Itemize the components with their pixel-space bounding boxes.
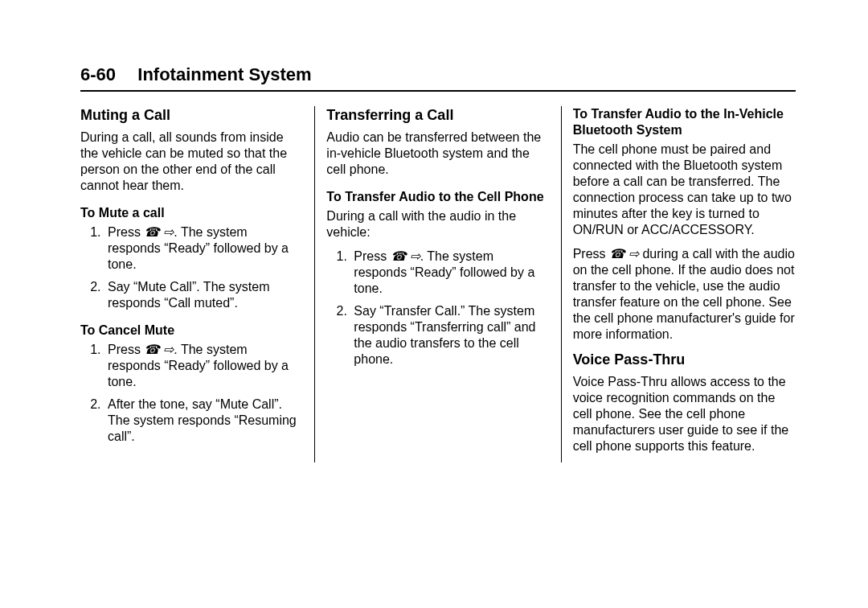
body-text: Voice Pass-Thru allows access to the voi… (573, 374, 796, 454)
list-item: Press ☎ ⇨. The system responds “Ready” f… (104, 224, 303, 273)
content-columns: Muting a Call During a call, all sounds … (80, 106, 796, 462)
phone-voice-icon: ☎ ⇨ (144, 343, 174, 356)
list-item: Press ☎ ⇨. The system responds “Ready” f… (350, 249, 549, 297)
sub-heading: To Mute a call (80, 205, 303, 221)
section-heading: Voice Pass-Thru (573, 351, 796, 369)
column-3: To Transfer Audio to the In-Vehicle Blue… (561, 106, 796, 462)
list-item: After the tone, say “Mute Call”. The sys… (104, 396, 303, 445)
sub-heading: To Transfer Audio to the In-Vehicle Blue… (573, 106, 796, 138)
section-heading: Muting a Call (80, 106, 303, 125)
column-2: Transferring a Call Audio can be transfe… (314, 106, 560, 462)
body-text: During a call with the audio in the vehi… (326, 208, 549, 240)
list-item: Say “Mute Call”. The system responds “Ca… (104, 279, 303, 311)
phone-voice-icon: ☎ ⇨ (391, 249, 420, 263)
ordered-list: Press ☎ ⇨. The system responds “Ready” f… (80, 224, 303, 311)
list-item: Say “Transfer Call.” The system responds… (350, 303, 549, 368)
section-heading: Transferring a Call (326, 106, 549, 125)
page-title: Infotainment System (137, 64, 311, 84)
phone-voice-icon: ☎ ⇨ (144, 225, 174, 239)
body-text: The cell phone must be paired and connec… (573, 142, 796, 238)
manual-page: 6-60 Infotainment System Muting a Call D… (0, 0, 868, 495)
ordered-list: Press ☎ ⇨. The system responds “Ready” f… (326, 249, 549, 368)
page-header: 6-60 Infotainment System (80, 64, 796, 92)
page-number: 6-60 (80, 64, 116, 84)
ordered-list: Press ☎ ⇨. The system responds “Ready” f… (80, 342, 303, 445)
sub-heading: To Transfer Audio to the Cell Phone (326, 189, 549, 205)
column-1: Muting a Call During a call, all sounds … (80, 106, 314, 462)
phone-voice-icon: ☎ ⇨ (609, 247, 639, 261)
sub-heading: To Cancel Mute (80, 322, 303, 339)
body-text: Press ☎ ⇨ during a call with the audio o… (573, 246, 796, 343)
body-text: During a call, all sounds from inside th… (80, 129, 303, 194)
list-item: Press ☎ ⇨. The system responds “Ready” f… (104, 342, 303, 390)
body-text: Audio can be transferred between the in-… (326, 129, 549, 178)
